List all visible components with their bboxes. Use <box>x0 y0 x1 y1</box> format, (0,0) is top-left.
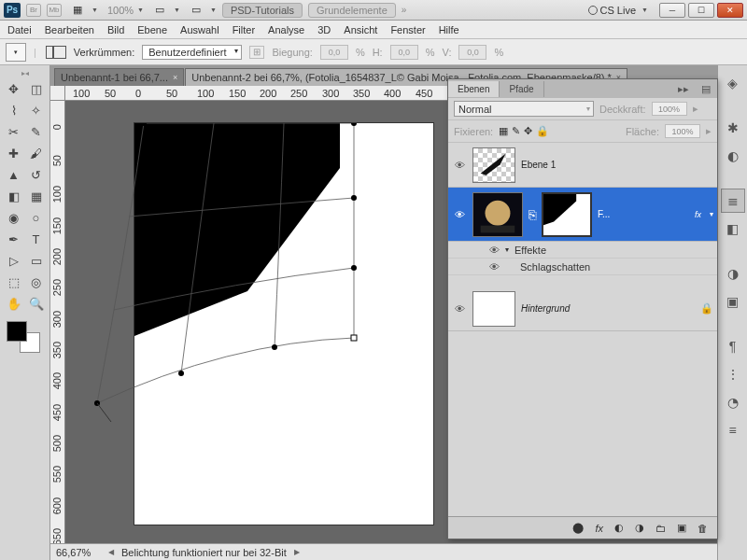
fx-badge[interactable]: fx <box>695 210 701 219</box>
doc-tab-1[interactable]: Unbenannt-1 bei 66,7...× <box>54 68 184 86</box>
layer-row-bg[interactable]: 👁 Hintergrund 🔒 <box>448 287 717 331</box>
tab-paths[interactable]: Pfade <box>500 81 543 97</box>
panel-collapse-icon[interactable]: ▸▸ <box>672 83 695 95</box>
tab-layers[interactable]: Ebenen <box>448 81 500 97</box>
menu-help[interactable]: Hilfe <box>439 24 459 35</box>
panel-menu-icon[interactable]: ▤ <box>695 83 717 95</box>
visibility-icon[interactable]: 👁 <box>452 160 467 171</box>
visibility-icon[interactable]: 👁 <box>489 245 500 256</box>
cs-live[interactable]: CS Live▼ <box>588 5 648 16</box>
fill-input[interactable]: 100% <box>665 124 700 138</box>
3d-camera-tool[interactable]: ◎ <box>25 272 47 292</box>
masks-panel-icon[interactable]: ◐ <box>721 144 745 168</box>
warp-orientation-icon[interactable]: ⊞ <box>249 46 264 59</box>
ruler-vertical[interactable]: 0 50 100 150 200 250 300 350 400 450 500… <box>50 101 65 560</box>
h-input[interactable]: 0,0 <box>390 45 418 60</box>
layer-name[interactable]: F... <box>598 209 610 219</box>
status-zoom[interactable]: 66,67% <box>56 547 101 558</box>
delete-layer-icon[interactable]: 🗑 <box>698 523 708 534</box>
path-select-tool[interactable]: ▷ <box>3 250 24 271</box>
bend-input[interactable]: 0,0 <box>320 45 348 60</box>
tool-preset-icon[interactable]: ▾ <box>6 43 26 62</box>
status-next-icon[interactable]: ▶ <box>294 548 300 556</box>
status-prev-icon[interactable]: ◀ <box>108 548 114 556</box>
menu-layer[interactable]: Ebene <box>137 24 167 35</box>
gradient-tool[interactable]: ▦ <box>25 186 47 206</box>
ruler-origin[interactable] <box>50 86 65 101</box>
fx-icon[interactable]: fx <box>595 523 603 534</box>
styles-panel-icon[interactable]: ≡ <box>721 418 745 442</box>
hand-tool[interactable]: ✋ <box>3 293 24 314</box>
menu-window[interactable]: Fenster <box>390 24 425 35</box>
menu-image[interactable]: Bild <box>107 24 124 35</box>
palette-grip[interactable]: ▸◂ <box>3 69 47 77</box>
lock-icon[interactable]: 🔒 <box>700 302 713 315</box>
layer-name[interactable]: Ebene 1 <box>521 160 556 170</box>
view-extras-icon[interactable]: ▦ <box>67 3 88 18</box>
layers-panel-icon[interactable]: ≣ <box>721 189 745 213</box>
blur-tool[interactable]: ◉ <box>3 207 24 228</box>
lasso-tool[interactable]: ⌇ <box>3 100 24 120</box>
brush-tool[interactable]: 🖌 <box>25 143 47 163</box>
minibridge-icon[interactable]: Mb <box>47 4 62 17</box>
workspace-tutorials[interactable]: PSD-Tutorials <box>222 3 303 18</box>
fx-expand-icon[interactable]: ▾ <box>710 210 713 218</box>
mask-thumb[interactable] <box>542 192 592 237</box>
layer-thumb[interactable] <box>472 147 515 183</box>
canvas[interactable] <box>134 123 433 525</box>
screen-mode-icon[interactable]: ▭ <box>186 3 206 18</box>
layer-thumb[interactable] <box>472 192 523 237</box>
history-brush-tool[interactable]: ↺ <box>25 164 47 185</box>
menu-select[interactable]: Auswahl <box>180 24 219 35</box>
warp-mode-icon[interactable] <box>44 44 66 61</box>
menu-filter[interactable]: Filter <box>233 24 255 35</box>
history-panel-icon[interactable]: ◑ <box>721 261 745 286</box>
fx-effects-row[interactable]: 👁 ▾ Effekte <box>448 242 717 259</box>
dodge-tool[interactable]: ○ <box>25 207 47 228</box>
lock-all-icon[interactable]: 🔒 <box>536 125 549 137</box>
close-tab-icon[interactable]: × <box>173 73 177 82</box>
visibility-icon[interactable]: 👁 <box>489 261 500 273</box>
layer-thumb[interactable] <box>472 291 515 327</box>
layer-row-selected[interactable]: 👁 ⎘ F... fx ▾ <box>448 188 717 242</box>
visibility-icon[interactable]: 👁 <box>452 209 467 220</box>
layer-name[interactable]: Hintergrund <box>521 303 570 314</box>
actions-panel-icon[interactable]: ▣ <box>721 289 745 314</box>
stamp-tool[interactable]: ▲ <box>3 164 24 185</box>
menu-file[interactable]: Datei <box>7 24 32 35</box>
pen-tool[interactable]: ✒ <box>3 229 24 249</box>
adjustment-icon[interactable]: ◑ <box>635 522 644 534</box>
group-icon[interactable]: 🗀 <box>655 523 666 534</box>
mask-icon[interactable]: ◐ <box>614 522 624 534</box>
maximize-button[interactable]: ☐ <box>688 3 714 18</box>
fg-color[interactable] <box>7 321 27 342</box>
layers-panel[interactable]: Ebenen Pfade ▸▸ ▤ Normal Deckkraft: 100%… <box>447 78 718 539</box>
minimize-button[interactable]: ─ <box>659 3 685 18</box>
layer-row[interactable]: 👁 Ebene 1 <box>448 143 717 188</box>
new-layer-icon[interactable]: ▣ <box>677 522 686 534</box>
type-tool[interactable]: T <box>25 229 47 249</box>
color-panel-icon[interactable]: ◈ <box>721 71 745 95</box>
heal-tool[interactable]: ✚ <box>3 143 24 163</box>
lock-pixels-icon[interactable]: ✎ <box>512 125 520 137</box>
color-swatch[interactable] <box>3 319 47 355</box>
zoom-tool[interactable]: 🔍 <box>25 293 47 314</box>
channels-panel-icon[interactable]: ◧ <box>721 217 745 241</box>
link-layers-icon[interactable]: ⬤ <box>572 522 584 534</box>
close-button[interactable]: ✕ <box>717 3 743 18</box>
arrange-icon[interactable]: ▭ <box>149 3 170 18</box>
menu-view[interactable]: Ansicht <box>344 24 377 35</box>
warp-preset-select[interactable]: Benutzerdefiniert <box>142 45 242 60</box>
opacity-input[interactable]: 100% <box>652 102 687 116</box>
brushes-panel-icon[interactable]: ⋮ <box>721 362 745 386</box>
visibility-icon[interactable]: 👁 <box>452 303 467 315</box>
shape-tool[interactable]: ▭ <box>25 250 47 271</box>
menu-3d[interactable]: 3D <box>317 24 331 35</box>
wand-tool[interactable]: ✧ <box>25 100 47 120</box>
char-panel-icon[interactable]: ¶ <box>721 334 745 358</box>
marquee-tool[interactable]: ◫ <box>25 78 47 99</box>
bridge-icon[interactable]: Br <box>26 4 41 17</box>
move-tool[interactable]: ✥ <box>3 78 24 99</box>
lock-position-icon[interactable]: ✥ <box>524 125 532 137</box>
workspace-more[interactable]: » <box>402 5 407 15</box>
